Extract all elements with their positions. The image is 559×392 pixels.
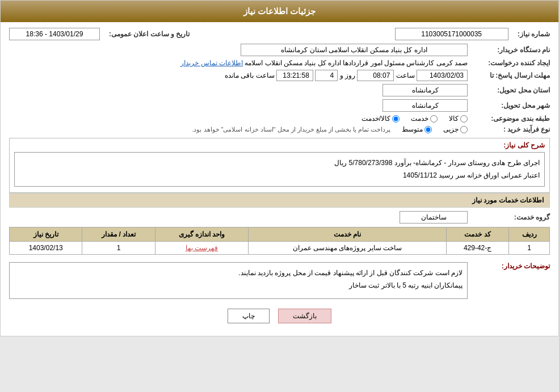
- radio-jozyi-input[interactable]: [460, 126, 468, 133]
- radio-khedmat-label: خدمت: [411, 115, 428, 123]
- cell-tedad: 1: [82, 242, 155, 255]
- tabaqe-label: طبقه بندی موضوعی:: [468, 115, 550, 123]
- radio-kala-label: کالا: [449, 115, 459, 123]
- radio-kala-input[interactable]: [460, 115, 468, 123]
- contact-link[interactable]: اطلاعات تماس خریدار: [180, 59, 243, 67]
- mohlat-days: 4: [315, 70, 338, 81]
- col-kod: کد خدمت: [446, 227, 509, 242]
- table-header: ردیف کد خدمت نام خدمت واحد اندازه گیری ت…: [10, 227, 550, 242]
- mohlat-row: مهلت ارسال پاسخ: تا 1403/02/03 ساعت 08:0…: [9, 70, 550, 81]
- buttons-row: بازگشت چاپ: [9, 309, 550, 323]
- goroh-label: گروه خدمت:: [468, 213, 550, 221]
- col-name: نام خدمت: [249, 227, 447, 242]
- page-header: جزئیات اطلاعات نیاز: [1, 1, 558, 22]
- content-area: شماره نیاز: 1103005171000035 تاریخ و ساع…: [1, 22, 558, 336]
- col-radif: ردیف: [509, 227, 550, 242]
- tabaqe-row: طبقه بندی موضوعی: کالا خدمت کالا/خدمت: [9, 115, 550, 123]
- col-vahed: واحد اندازه گیری: [155, 227, 248, 242]
- vahed-link[interactable]: فهرست بها: [186, 244, 218, 252]
- shmare-value: 1103005171000035: [395, 28, 508, 40]
- ostan-value: کرمانشاه: [383, 84, 468, 96]
- radio-jozyi: جزیی: [443, 125, 468, 133]
- goroh-row: گروه خدمت: ساختمان: [9, 211, 550, 224]
- mohlat-label: مهلت ارسال پاسخ: تا: [468, 71, 550, 79]
- mohlat-time: 08:07: [357, 70, 394, 81]
- sharh-header-row: شرح کلی نیاز:: [14, 141, 545, 149]
- col-tarikh: تاریخ نیاز: [10, 227, 82, 242]
- shahr-label: شهر محل تحویل:: [468, 102, 550, 109]
- ostan-label: استان محل تحویل:: [468, 86, 550, 94]
- tavsiyeh-label: توضیحات خریدار:: [468, 259, 550, 270]
- sharh-section: شرح کلی نیاز: اجرای طرح هادی روستای سردا…: [9, 138, 550, 193]
- tavsiyeh-line2: پیمانکاران ابنیه رتبه 5 با بالاتر ثبت سا…: [14, 280, 463, 292]
- mohlat-time-label: ساعت: [396, 71, 415, 79]
- radio-motavaset-input[interactable]: [424, 126, 432, 133]
- radio-kala: کالا: [449, 115, 468, 123]
- tavsiyeh-content: لازم است شرکت کنندگان قبل از ارائه پیشنه…: [9, 262, 468, 299]
- table-row: 1 ج-42-429 ساخت سایر پروژه‌های مهندسی عم…: [10, 242, 550, 255]
- shmare-label: شماره نیاز:: [513, 30, 550, 38]
- khadamat-title-text: اطلاعات خدمات مورد نیاز: [472, 196, 544, 204]
- cell-vahed[interactable]: فهرست بها: [155, 242, 248, 255]
- mohlat-remaining: 13:21:58: [276, 70, 313, 81]
- radio-motavaset-label: متوسط: [402, 125, 423, 133]
- tarikho-label: تاریخ و ساعت اعلان عمومی:: [104, 30, 190, 38]
- page-title: جزئیات اطلاعات نیاز: [243, 6, 316, 16]
- tavsiyeh-line1: لازم است شرکت کنندگان قبل از ارائه پیشنه…: [14, 267, 463, 280]
- nofarayand-row: نوع فرآیند خرید : جزیی متوسط پرداخت تمام…: [9, 125, 550, 133]
- chap-button[interactable]: چاپ: [228, 309, 270, 323]
- radio-kala-khedmat: کالا/خدمت: [362, 115, 400, 123]
- ostan-row: استان محل تحویل: کرمانشاه: [9, 84, 550, 96]
- ijad-value: صمد کرمی کارشناس مسئول امور قراردادها اد…: [245, 59, 468, 67]
- bazgasht-button[interactable]: بازگشت: [278, 309, 331, 323]
- services-table: ردیف کد خدمت نام خدمت واحد اندازه گیری ت…: [9, 227, 550, 255]
- nofarayand-desc: پرداخت تمام یا بخشی از مبلغ خریدار از مح…: [192, 126, 390, 133]
- mohlat-days-label: روز و: [340, 71, 355, 79]
- radio-motavaset: متوسط: [402, 125, 432, 133]
- ijad-label: ایجاد کننده درخواست:: [468, 59, 550, 67]
- top-info-row: شماره نیاز: 1103005171000035 تاریخ و ساع…: [9, 28, 550, 40]
- namdastgah-label: نام دستگاه خریدار:: [468, 46, 550, 54]
- sharh-title: شرح کلی نیاز:: [499, 141, 545, 149]
- radio-khedmat: خدمت: [411, 115, 438, 123]
- cell-kod: ج-42-429: [446, 242, 509, 255]
- shahr-value: کرمانشاه: [383, 99, 468, 112]
- tabaqe-radios: کالا خدمت کالا/خدمت: [362, 115, 468, 123]
- col-tedad: تعداد / مقدار: [82, 227, 155, 242]
- mohlat-date: 1403/02/03: [417, 70, 468, 81]
- radio-kala-khedmat-input[interactable]: [392, 115, 400, 123]
- cell-tarikh: 1403/02/13: [10, 242, 82, 255]
- khadamat-title: اطلاعات خدمات مورد نیاز: [9, 193, 550, 208]
- shahr-row: شهر محل تحویل: کرمانشاه: [9, 99, 550, 112]
- table-body: 1 ج-42-429 ساخت سایر پروژه‌های مهندسی عم…: [10, 242, 550, 255]
- mohlat-remaining-label: ساعت باقی مانده: [225, 71, 275, 79]
- tarikho-value: 1403/01/29 - 18:36: [9, 28, 100, 40]
- radio-khedmat-input[interactable]: [430, 115, 438, 123]
- cell-name: ساخت سایر پروژه‌های مهندسی عمران: [249, 242, 447, 255]
- namdastgah-row: نام دستگاه خریدار: اداره کل بنیاد مسکن ا…: [9, 44, 550, 56]
- tavsiyeh-section: توضیحات خریدار: لازم است شرکت کنندگان قب…: [9, 259, 550, 302]
- radio-jozyi-label: جزیی: [443, 125, 459, 133]
- table-header-row: ردیف کد خدمت نام خدمت واحد اندازه گیری ت…: [10, 227, 550, 242]
- nofarayand-radios: جزیی متوسط پرداخت تمام یا بخشی از مبلغ خ…: [192, 125, 468, 133]
- cell-radif: 1: [509, 242, 550, 255]
- namdastgah-value: اداره کل بنیاد مسکن انقلاب اسلامی استان …: [241, 44, 468, 56]
- sharh-content: اجرای طرح هادی روستای سردار - کرمانشاه- …: [14, 152, 545, 187]
- sharh-line2: اعتبار عمرانی اوراق خزانه سر رسید 1405/1…: [19, 170, 540, 182]
- radio-kala-khedmat-label: کالا/خدمت: [362, 115, 390, 123]
- goroh-value: ساختمان: [400, 211, 468, 224]
- ijad-row: ایجاد کننده درخواست: صمد کرمی کارشناس مس…: [9, 59, 550, 67]
- nofarayand-label: نوع فرآیند خرید :: [468, 125, 550, 133]
- page-wrapper: جزئیات اطلاعات نیاز شماره نیاز: 11030051…: [0, 0, 559, 336]
- sharh-line1: اجرای طرح هادی روستای سردار - کرمانشاه- …: [19, 157, 540, 170]
